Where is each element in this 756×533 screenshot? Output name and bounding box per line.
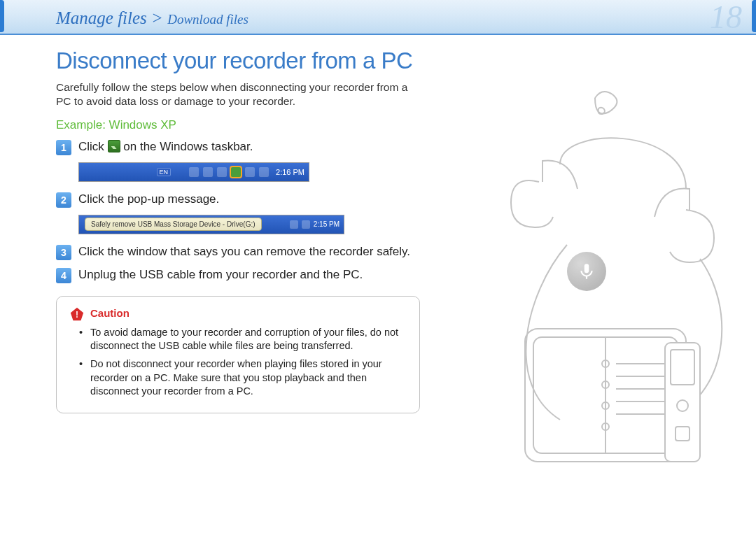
header-edge-left (0, 0, 4, 32)
step-2-text: Click the pop-up message. (78, 192, 420, 207)
page-number: 18 (710, 0, 742, 36)
intro-text: Carefully follow the steps below when di… (56, 80, 420, 108)
caution-item: To avoid damage to your recorder and cor… (90, 326, 407, 353)
caution-box: ! Caution To avoid damage to your record… (56, 296, 420, 413)
caution-header: ! Caution (69, 306, 407, 320)
tray-icon (259, 167, 269, 177)
tray-icon (203, 167, 213, 177)
step-3-text: Click the window that says you can remov… (78, 244, 420, 260)
step-4-text: Unplug the USB cable from your recorder … (78, 267, 420, 283)
step-2: 2 Click the pop-up message. (56, 192, 420, 208)
step-number-1: 1 (56, 140, 71, 155)
step-3: 3 Click the window that says you can rem… (56, 244, 420, 260)
page-title: Disconnect your recorder from a PC (56, 49, 420, 73)
svg-text:!: ! (76, 310, 78, 320)
step-number-3: 3 (56, 245, 71, 260)
safely-remove-hardware-icon (108, 140, 120, 152)
step-4: 4 Unplug the USB cable from your recorde… (56, 267, 420, 283)
breadcrumb-main: Manage files (56, 8, 147, 27)
microphone-badge-icon (567, 252, 606, 291)
tray-icon (290, 220, 298, 229)
taskbar-lang-indicator: EN (157, 168, 172, 176)
caution-item: Do not disconnect your recorder when pla… (90, 357, 407, 399)
taskbar-screenshot-1: EN 2:16 PM (78, 162, 309, 182)
header-edge-right (752, 0, 756, 32)
breadcrumb: Manage files > Download files (56, 8, 248, 28)
system-tray: 2:15 PM (290, 220, 340, 229)
step-1-text: Click on the Windows taskbar. (78, 139, 420, 155)
tray-icon (217, 167, 227, 177)
taskbar-time: 2:16 PM (276, 168, 304, 176)
caution-list: To avoid damage to your recorder and cor… (69, 326, 407, 399)
tray-icon (302, 220, 310, 229)
breadcrumb-sep: > (151, 8, 163, 27)
decorative-illustration (455, 84, 735, 483)
breadcrumb-sub: Download files (167, 12, 248, 27)
step-number-4: 4 (56, 268, 71, 283)
step-number-2: 2 (56, 192, 71, 208)
safely-remove-balloon: Safely remove USB Mass Storage Device - … (85, 218, 262, 231)
example-label: Example: Windows XP (56, 118, 420, 132)
safely-remove-hardware-icon (231, 167, 241, 177)
tray-icon (189, 167, 199, 177)
content-column: Disconnect your recorder from a PC Caref… (56, 49, 420, 413)
caution-icon: ! (69, 306, 85, 320)
taskbar-screenshot-2: Safely remove USB Mass Storage Device - … (78, 215, 344, 234)
taskbar-time: 2:15 PM (314, 220, 340, 228)
tray-icon (245, 167, 255, 177)
caution-label: Caution (90, 307, 130, 319)
step-1: 1 Click on the Windows taskbar. (56, 139, 420, 155)
